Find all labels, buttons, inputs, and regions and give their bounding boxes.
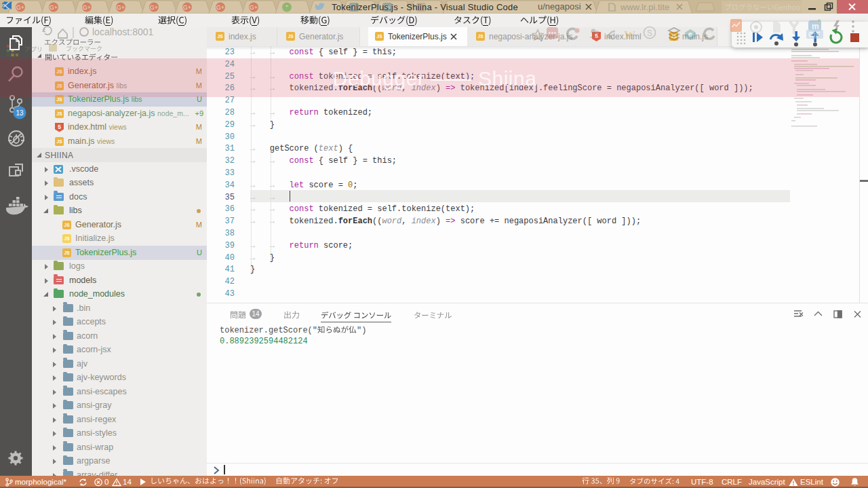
svg-text:": " [285,4,288,11]
svg-text:G+: G+ [250,4,258,11]
svg-text:G+: G+ [50,4,58,11]
svg-text:G+: G+ [183,4,191,11]
svg-text:u/negaposi: u/negaposi [538,1,581,12]
svg-text:G+: G+ [16,4,24,11]
svg-text:www.lr.pi.tite: www.lr.pi.tite [620,2,669,12]
svg-text:G+: G+ [150,4,158,11]
svg-text:13: 13 [16,109,24,117]
svg-text:G+: G+ [83,4,91,11]
svg-text:G+: G+ [216,4,224,11]
svg-text:G+: G+ [117,4,125,11]
